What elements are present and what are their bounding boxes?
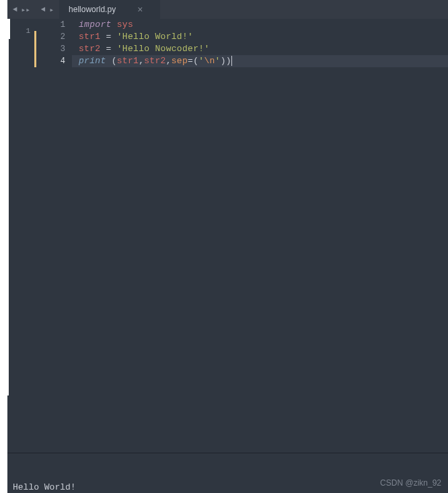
code-lines[interactable]: import sys str1 = 'Hello World!' str2 = … <box>72 19 448 67</box>
line-number: 3 <box>34 43 72 55</box>
minimap-thumb[interactable] <box>9 19 10 39</box>
line-number: 4 <box>34 55 72 67</box>
code-line[interactable]: str2 = 'Hello Nowcoder!' <box>72 43 448 55</box>
watermark: CSDN @zikn_92 <box>380 477 441 489</box>
code-line[interactable]: str1 = 'Hello World!' <box>72 31 448 43</box>
nav-back-icon[interactable]: ◄ <box>11 5 19 13</box>
editor-window: ◄ ▸▸ ◄ ▸ helloworld.py × 1 1 2 3 4 impo <box>7 0 448 493</box>
code-area[interactable]: 1 2 3 4 import sys str1 = 'Hello World!'… <box>34 19 448 453</box>
line-marker <box>34 31 36 43</box>
line-marker <box>34 43 36 55</box>
code-line[interactable]: import sys <box>72 19 448 31</box>
tab-helloworld[interactable]: helloworld.py × <box>59 0 160 19</box>
nav-fwd-group: ◄ ▸ <box>36 0 59 19</box>
output-console[interactable]: Hello World! Hello Nowcoder! [Finished i… <box>7 453 448 493</box>
nav-back-group: ◄ ▸▸ <box>7 0 36 19</box>
line-gutter: 1 2 3 4 <box>34 19 72 453</box>
editor-main: 1 1 2 3 4 import sys str1 = 'Hello World… <box>7 19 448 453</box>
console-line: Hello World! <box>13 482 443 493</box>
line-number: 2 <box>34 31 72 43</box>
minimap-edge <box>7 19 9 395</box>
code-line-current[interactable]: print (str1,str2,sep=('\n')) <box>72 55 448 67</box>
tab-bar: ◄ ▸▸ ◄ ▸ helloworld.py × <box>7 0 448 19</box>
nav-next-icon[interactable]: ▸ <box>48 5 55 14</box>
line-marker <box>34 55 36 67</box>
window-edge <box>0 0 7 377</box>
nav-back-fast-icon[interactable]: ▸▸ <box>20 5 32 14</box>
close-icon[interactable]: × <box>135 4 145 15</box>
line-number: 1 <box>34 19 72 31</box>
minimap-line-number: 1 <box>26 27 30 35</box>
nav-prev-icon[interactable]: ◄ <box>40 5 47 13</box>
minimap[interactable]: 1 <box>7 19 34 453</box>
tab-title: helloworld.py <box>69 5 116 14</box>
